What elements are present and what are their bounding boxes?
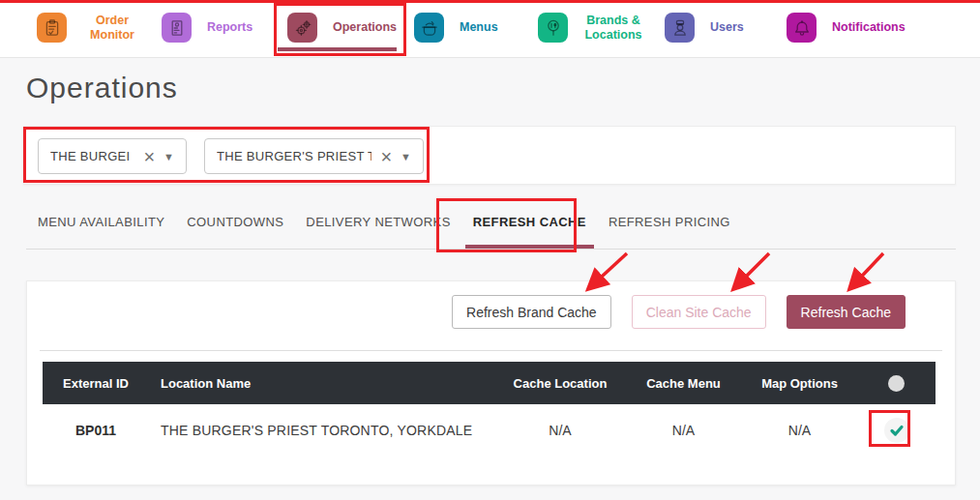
cell-location-name: THE BURGER'S PRIEST TORONTO, YORKDALE — [149, 404, 497, 456]
nav-item-operations[interactable]: Operations — [287, 13, 397, 43]
tab-refresh-cache[interactable]: REFRESH CACHE — [473, 215, 586, 249]
cell-cache-menu: N/A — [623, 404, 744, 456]
nav-item-menus[interactable]: Menus — [414, 13, 498, 43]
select-all-cell — [855, 362, 937, 404]
location-filter-value: THE BURGER'S PRIEST T — [217, 149, 371, 163]
row-select-cell[interactable] — [855, 404, 937, 456]
location-filter-dropdown[interactable]: THE BURGER'S PRIEST T × ▼ — [204, 138, 424, 174]
brand-filter-value: THE BURGEI — [50, 149, 130, 163]
nav-item-label: Users — [710, 20, 744, 35]
column-header-location-name: Location Name — [149, 362, 497, 404]
column-header-map-options: Map Options — [744, 362, 855, 404]
tab-refresh-pricing[interactable]: REFRESH PRICING — [609, 215, 730, 249]
tab-countdowns[interactable]: COUNTDOWNS — [187, 215, 283, 249]
refresh-cache-panel: Refresh Brand Cache Clean Site Cache Ref… — [26, 280, 956, 485]
cell-cache-location: N/A — [497, 404, 623, 456]
clear-icon[interactable]: × — [380, 147, 392, 166]
action-button-row: Refresh Brand Cache Clean Site Cache Ref… — [27, 281, 955, 329]
nav-item-label: Reports — [207, 20, 252, 35]
chevron-down-icon[interactable]: ▼ — [163, 151, 174, 162]
nav-item-brands-locations[interactable]: Brands & Locations — [538, 13, 643, 43]
page-title: Operations — [26, 72, 178, 104]
refresh-brand-cache-button[interactable]: Refresh Brand Cache — [452, 295, 611, 329]
pot-icon — [414, 13, 444, 43]
nav-item-reports[interactable]: Reports — [162, 13, 252, 43]
column-header-external-id: External ID — [43, 362, 149, 404]
active-nav-underline — [278, 47, 397, 51]
clear-icon[interactable]: × — [143, 147, 155, 166]
clipboard-icon — [37, 13, 67, 43]
select-all-checkbox[interactable] — [888, 375, 905, 392]
column-header-cache-menu: Cache Menu — [623, 362, 744, 404]
cell-map-options: N/A — [744, 404, 855, 456]
nav-item-label: Brands & Locations — [583, 14, 643, 43]
check-icon — [884, 418, 909, 443]
filter-card: THE BURGEI × ▼ THE BURGER'S PRIEST T × ▼ — [23, 126, 956, 185]
top-navigation-bar: Order Monitor Reports Operations Menus B — [0, 0, 980, 58]
gears-icon — [287, 13, 317, 43]
report-icon — [162, 13, 192, 43]
nav-item-label: Operations — [333, 20, 397, 35]
nav-item-label: Notifications — [832, 20, 906, 35]
nav-item-order-monitor[interactable]: Order Monitor — [37, 13, 142, 43]
nav-item-label: Menus — [460, 20, 498, 35]
chef-icon — [665, 13, 695, 43]
tab-menu-availability[interactable]: MENU AVAILABILITY — [38, 215, 164, 249]
tab-delivery-networks[interactable]: DELIVERY NETWORKS — [306, 215, 450, 249]
chevron-down-icon[interactable]: ▼ — [401, 151, 411, 162]
cell-external-id: BP011 — [43, 404, 149, 456]
divider — [40, 350, 942, 351]
brand-filter-dropdown[interactable]: THE BURGEI × ▼ — [38, 138, 187, 174]
location-pin-icon — [538, 13, 568, 43]
tab-bar: MENU AVAILABILITY COUNTDOWNS DELIVERY NE… — [26, 207, 956, 250]
clean-site-cache-button[interactable]: Clean Site Cache — [632, 295, 766, 329]
nav-item-notifications[interactable]: Notifications — [787, 13, 906, 43]
nav-item-users[interactable]: Users — [665, 13, 744, 43]
nav-item-label: Order Monitor — [82, 14, 142, 43]
bell-icon — [787, 13, 817, 43]
refresh-cache-button[interactable]: Refresh Cache — [787, 295, 906, 329]
table-header-row: External ID Location Name Cache Location… — [43, 362, 935, 404]
app-window: Order Monitor Reports Operations Menus B — [0, 0, 980, 500]
column-header-cache-location: Cache Location — [497, 362, 623, 404]
table-row: BP011 THE BURGER'S PRIEST TORONTO, YORKD… — [43, 404, 935, 456]
